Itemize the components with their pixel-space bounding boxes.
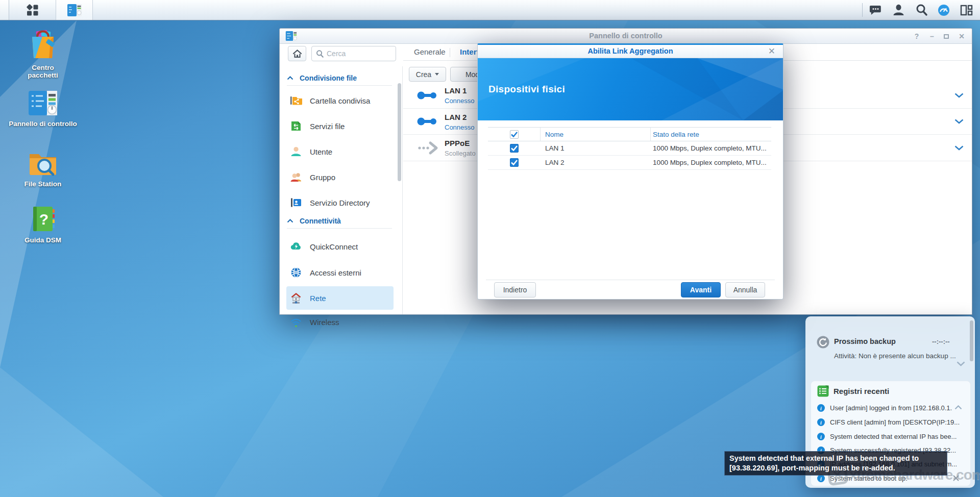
search-icon (316, 50, 324, 58)
svg-text:i: i (820, 405, 822, 411)
window-titlebar[interactable]: Pannello di controllo ? – ✕ (280, 29, 972, 44)
main-menu-grid-icon (26, 3, 39, 17)
desktop-icon-package-center[interactable]: Centro pacchetti (2, 30, 84, 79)
section-file-sharing[interactable]: Condivisione file (287, 72, 392, 84)
close-window-button[interactable]: ✕ (955, 31, 968, 41)
search-field[interactable] (311, 46, 396, 61)
create-button-label: Crea (416, 70, 431, 79)
sidebar-item-directory-service[interactable]: Servizio Directory (286, 191, 394, 214)
chevron-down-icon[interactable] (954, 119, 964, 124)
sidebar-item-label: Cartella condivisa (310, 96, 370, 105)
taskbar (0, 0, 980, 20)
notifications-button[interactable] (865, 0, 886, 20)
desktop-icon-file-station[interactable]: File Station (2, 149, 84, 188)
group-icon (290, 171, 302, 183)
desktop-icon-label: Guida DSM (24, 236, 61, 244)
cancel-button[interactable]: Annulla (725, 282, 765, 297)
system-health-button[interactable] (934, 0, 954, 20)
sidebar-item-network[interactable]: Rete (286, 286, 394, 310)
search-button[interactable] (911, 0, 932, 20)
sidebar-item-quickconnect[interactable]: QuickConnect (286, 235, 394, 258)
dialog-titlebar[interactable]: Abilita Link Aggregation ✕ (478, 45, 783, 58)
column-header-name[interactable]: Nome (541, 128, 651, 141)
dsm-help-icon: ? (29, 205, 57, 233)
check-icon (511, 160, 518, 165)
sidebar-item-external-access[interactable]: Accessi esterni (286, 261, 394, 284)
log-entry[interactable]: i CIFS client [admin] from [DESKTOP(IP:1… (817, 416, 964, 428)
help-button[interactable]: ? (911, 31, 923, 41)
chevron-down-icon[interactable] (957, 361, 965, 366)
minimize-button[interactable]: – (926, 31, 938, 41)
device-name: LAN 1 (541, 144, 651, 152)
logs-widget-title: Registri recenti (834, 387, 889, 395)
divider (287, 228, 392, 229)
search-input[interactable] (327, 49, 385, 58)
log-tooltip: System detected that external IP has bee… (724, 451, 947, 476)
desktop-icon-label: Pannello di controllo (9, 120, 77, 128)
sidebar-scrollbar[interactable] (398, 83, 401, 181)
table-header-row: Nome Stato della rete (488, 127, 771, 141)
sidebar-item-group[interactable]: Gruppo (286, 165, 394, 189)
caret-down-icon (435, 73, 439, 76)
device-status: 1000 Mbps, Duplex completo, MTU... (651, 144, 771, 152)
shared-folder-icon (290, 94, 302, 107)
device-status: 1000 Mbps, Duplex completo, MTU... (651, 159, 771, 166)
tab-general[interactable]: Generale (414, 47, 446, 56)
close-dialog-button[interactable]: ✕ (766, 46, 778, 57)
sidebar-item-user[interactable]: Utente (286, 140, 394, 163)
sidebar-item-shared-folder[interactable]: Cartella condivisa (286, 89, 394, 112)
sidebar-item-file-services[interactable]: Servizi file (286, 114, 394, 138)
widgets-scrollbar[interactable] (970, 320, 973, 361)
sidebar-item-label: Wireless (310, 318, 339, 327)
lan2-checkbox[interactable] (510, 158, 519, 167)
maximize-button[interactable] (940, 31, 952, 41)
lan1-checkbox[interactable] (510, 144, 519, 153)
tab-separator (450, 48, 450, 57)
sidebar-item-label: Gruppo (310, 173, 335, 182)
file-station-icon (28, 149, 58, 177)
user-icon (290, 145, 302, 158)
log-entry[interactable]: i User [admin] logged in from [192.168.0… (817, 402, 964, 413)
desktop-icon-control-panel[interactable]: Pannello di controllo (2, 90, 84, 128)
chevron-up-icon[interactable] (954, 405, 962, 410)
chevron-down-icon[interactable] (954, 145, 964, 151)
sidebar-item-label: Accessi esterni (310, 268, 361, 277)
widgets-icon (960, 5, 973, 16)
logs-icon (817, 385, 829, 397)
taskbar-separator (862, 3, 863, 17)
section-connectivity[interactable]: Connettività (287, 215, 392, 227)
home-button[interactable] (288, 46, 306, 61)
check-icon (511, 132, 518, 137)
back-button[interactable]: Indietro (494, 282, 536, 297)
network-icon (290, 292, 302, 304)
next-button[interactable]: Avanti (681, 282, 721, 297)
desktop-icon-dsm-help[interactable]: ? Guida DSM (2, 205, 84, 244)
svg-text:i: i (820, 434, 822, 439)
interface-name: LAN 2 (445, 113, 467, 121)
window-title: Pannello di controllo (280, 32, 972, 40)
dialog-banner: Dispositivi fisici (478, 58, 783, 120)
user-menu-button[interactable] (888, 0, 909, 20)
lan-connected-icon (416, 88, 439, 103)
main-menu-button[interactable] (9, 0, 56, 20)
show-desktop-button[interactable] (0, 0, 9, 20)
chevron-up-icon (287, 76, 293, 80)
column-header-status[interactable]: Stato della rete (651, 131, 771, 138)
widgets-toggle-button[interactable] (956, 0, 976, 20)
desktop-icon-label: Centro pacchetti (21, 64, 64, 79)
chat-bubble-icon (869, 5, 882, 16)
taskbar-control-panel-button[interactable] (56, 0, 93, 20)
close-icon[interactable] (953, 475, 959, 481)
interface-status: Scollegato (445, 150, 476, 157)
package-center-icon (28, 30, 58, 60)
select-all-checkbox[interactable] (510, 130, 519, 139)
log-entry[interactable]: i System detected that external IP has b… (817, 431, 964, 442)
info-icon: i (817, 404, 825, 412)
sidebar-item-wireless[interactable]: Wireless (286, 310, 394, 334)
create-button[interactable]: Crea (409, 67, 446, 82)
user-icon (893, 4, 904, 16)
chevron-down-icon[interactable] (954, 93, 964, 98)
device-row-lan1[interactable]: LAN 1 1000 Mbps, Duplex completo, MTU... (488, 141, 771, 156)
interface-status: Connesso (445, 123, 475, 131)
device-row-lan2[interactable]: LAN 2 1000 Mbps, Duplex completo, MTU... (488, 156, 771, 170)
